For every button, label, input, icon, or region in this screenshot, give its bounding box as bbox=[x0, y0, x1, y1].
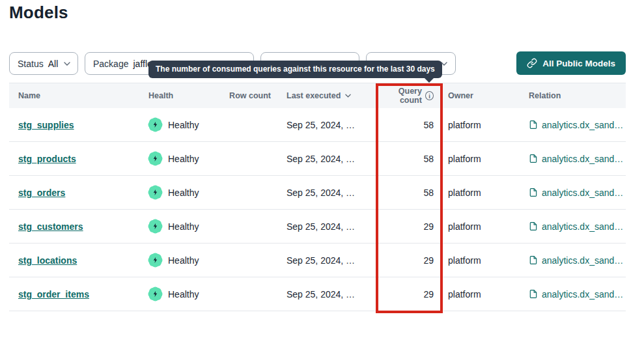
info-icon[interactable]: i bbox=[425, 91, 434, 100]
table-row: stg_orders Healthy Sep 25, 2024, … 58 pl… bbox=[9, 176, 626, 210]
last-executed-cell: Sep 25, 2024, … bbox=[277, 289, 378, 300]
owner-cell: platform bbox=[443, 289, 524, 300]
model-link[interactable]: stg_orders bbox=[18, 188, 65, 198]
column-header-owner[interactable]: Owner bbox=[443, 91, 524, 100]
model-link[interactable]: stg_order_items bbox=[18, 289, 89, 300]
last-executed-cell: Sep 25, 2024, … bbox=[277, 221, 378, 232]
relation-link[interactable]: analytics.dx_sand… bbox=[542, 188, 623, 198]
owner-cell: platform bbox=[443, 188, 524, 198]
column-header-row-count[interactable]: Row count bbox=[227, 91, 277, 100]
relation-link[interactable]: analytics.dx_sand… bbox=[542, 120, 623, 130]
package-filter-label: Package bbox=[93, 59, 128, 69]
relation-link[interactable]: analytics.dx_sand… bbox=[542, 289, 623, 300]
file-icon bbox=[529, 188, 538, 197]
query-count-cell: 58 bbox=[378, 120, 443, 130]
file-icon bbox=[529, 255, 538, 265]
last-executed-cell: Sep 25, 2024, … bbox=[277, 120, 378, 130]
tooltip-text: The number of consumed queries against t… bbox=[156, 64, 435, 74]
model-link[interactable]: stg_supplies bbox=[18, 120, 74, 130]
health-status-label: Healthy bbox=[168, 154, 199, 164]
file-icon bbox=[529, 154, 538, 163]
last-executed-cell: Sep 25, 2024, … bbox=[277, 154, 378, 164]
relation-link[interactable]: analytics.dx_sand… bbox=[542, 255, 623, 266]
owner-cell: platform bbox=[443, 154, 524, 164]
all-public-models-button[interactable]: All Public Models bbox=[516, 51, 626, 75]
table-row: stg_locations Healthy Sep 25, 2024, … 29… bbox=[9, 244, 626, 277]
column-header-health[interactable]: Health bbox=[148, 91, 227, 100]
health-badge-icon bbox=[148, 287, 162, 301]
table-row: stg_products Healthy Sep 25, 2024, … 58 … bbox=[9, 142, 626, 176]
page-title: Models bbox=[9, 3, 68, 23]
model-link[interactable]: stg_locations bbox=[18, 255, 77, 266]
column-header-name[interactable]: Name bbox=[9, 91, 148, 100]
query-count-tooltip: The number of consumed queries against t… bbox=[148, 61, 442, 78]
last-executed-cell: Sep 25, 2024, … bbox=[277, 255, 378, 266]
model-link[interactable]: stg_products bbox=[18, 154, 76, 164]
health-badge-icon bbox=[148, 219, 162, 233]
health-badge-icon bbox=[148, 152, 162, 165]
health-status-label: Healthy bbox=[168, 255, 199, 266]
models-table: Name Health Row count Last executed Quer… bbox=[9, 83, 626, 311]
table-header-row: Name Health Row count Last executed Quer… bbox=[9, 83, 626, 108]
health-status-label: Healthy bbox=[168, 221, 199, 232]
health-badge-icon bbox=[148, 118, 162, 132]
relation-link[interactable]: analytics.dx_sand… bbox=[542, 221, 623, 232]
owner-cell: platform bbox=[443, 120, 524, 130]
query-count-cell: 29 bbox=[378, 255, 443, 266]
table-row: stg_supplies Healthy Sep 25, 2024, … 58 … bbox=[9, 108, 626, 142]
column-header-query-count-label: Query count bbox=[378, 87, 422, 105]
chevron-down-icon bbox=[64, 62, 70, 66]
health-badge-icon bbox=[148, 253, 162, 267]
column-header-relation[interactable]: Relation bbox=[524, 91, 626, 100]
relation-link[interactable]: analytics.dx_sand… bbox=[542, 154, 623, 164]
health-status-label: Healthy bbox=[168, 120, 199, 130]
column-header-last-executed-label: Last executed bbox=[287, 91, 341, 100]
query-count-cell: 58 bbox=[378, 188, 443, 198]
query-count-cell: 29 bbox=[378, 289, 443, 300]
health-status-label: Healthy bbox=[168, 289, 199, 300]
query-count-cell: 58 bbox=[378, 154, 443, 164]
last-executed-cell: Sep 25, 2024, … bbox=[277, 188, 378, 198]
file-icon bbox=[529, 221, 538, 231]
query-count-cell: 29 bbox=[378, 221, 443, 232]
owner-cell: platform bbox=[443, 221, 524, 232]
tooltip-arrow bbox=[424, 77, 434, 83]
column-header-last-executed[interactable]: Last executed bbox=[277, 91, 378, 100]
model-link[interactable]: stg_customers bbox=[18, 221, 83, 232]
table-row: stg_customers Healthy Sep 25, 2024, … 29… bbox=[9, 210, 626, 244]
file-icon bbox=[529, 120, 538, 130]
owner-cell: platform bbox=[443, 255, 524, 266]
status-filter-dropdown[interactable]: Status All bbox=[9, 52, 78, 75]
sort-chevron-down-icon bbox=[345, 94, 351, 98]
health-status-label: Healthy bbox=[168, 188, 199, 198]
health-badge-icon bbox=[148, 186, 162, 199]
table-row: stg_order_items Healthy Sep 25, 2024, … … bbox=[9, 277, 626, 311]
column-header-query-count[interactable]: Query count i bbox=[378, 87, 443, 105]
link-icon bbox=[527, 58, 537, 68]
status-filter-label: Status bbox=[18, 59, 44, 69]
status-filter-value: All bbox=[48, 59, 59, 69]
file-icon bbox=[529, 289, 538, 299]
all-public-models-label: All Public Models bbox=[542, 59, 615, 68]
